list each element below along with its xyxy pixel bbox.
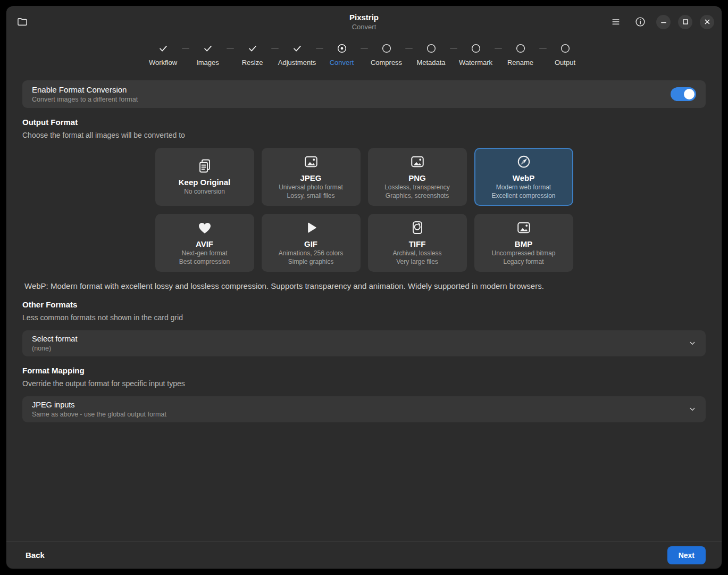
card-line: Uncompressed bitmap (491, 249, 555, 258)
other-formats-description: Less common formats not shown in the car… (22, 313, 706, 322)
select-value: Same as above - use the global output fo… (32, 410, 682, 419)
image-icon (409, 153, 425, 170)
toggle-knob (684, 89, 694, 99)
card-line: Graphics, screenshots (386, 192, 449, 201)
maximize-icon (682, 18, 689, 26)
step-rename[interactable]: Rename (502, 41, 539, 66)
step-label: Metadata (416, 59, 445, 66)
step-connector (271, 48, 279, 49)
card-title: Keep Original (179, 177, 231, 188)
chevron-down-icon (688, 338, 697, 348)
step-label: Convert (330, 59, 354, 66)
wizard-stepper: Workflow Images Resize Adjustments Conve… (6, 37, 722, 72)
card-line: Legacy format (503, 258, 543, 266)
format-card-keep-original[interactable]: Keep Original No conversion (155, 148, 254, 206)
card-line: Modern web format (496, 184, 551, 192)
step-images[interactable]: Images (189, 41, 227, 66)
format-mapping-description: Override the output format for specific … (22, 379, 706, 388)
jpeg-inputs-select[interactable]: JPEG inputs Same as above - use the glob… (22, 396, 706, 422)
card-title: PNG (408, 173, 426, 184)
step-compress[interactable]: Compress (368, 41, 405, 66)
window-subtitle: Convert (349, 22, 379, 31)
step-watermark[interactable]: Watermark (457, 41, 495, 66)
select-value: (none) (32, 344, 682, 353)
window-title: Pixstrip (349, 13, 379, 23)
format-card-gif[interactable]: GIF Animations, 256 colors Simple graphi… (262, 214, 361, 272)
image-icon (516, 219, 532, 236)
folder-icon (16, 16, 28, 28)
format-card-webp[interactable]: WebP Modern web format Excellent compres… (474, 148, 573, 206)
select-label: Select format (32, 334, 682, 344)
check-icon (157, 41, 169, 55)
step-label: Images (196, 59, 219, 66)
check-icon (291, 41, 303, 55)
next-button[interactable]: Next (667, 546, 706, 564)
step-connector (361, 48, 368, 49)
step-adjustments[interactable]: Adjustments (279, 41, 316, 66)
step-metadata[interactable]: Metadata (413, 41, 450, 66)
info-icon (634, 16, 646, 28)
card-line: Animations, 256 colors (279, 249, 343, 258)
step-connector (539, 48, 547, 49)
menu-button[interactable] (607, 13, 624, 30)
back-button[interactable]: Back (22, 546, 48, 564)
other-formats-heading: Other Formats (22, 300, 706, 309)
about-button[interactable] (632, 13, 649, 30)
enable-format-conversion-row: Enable Format Conversion Convert images … (22, 80, 706, 108)
app-window: Pixstrip Convert (6, 6, 722, 569)
card-line: Archival, lossless (392, 249, 441, 258)
enable-row-title: Enable Format Conversion (32, 85, 138, 95)
wizard-footer: Back Next (6, 541, 722, 569)
selected-format-note: WebP: Modern format with excellent lossy… (22, 281, 706, 290)
format-card-avif[interactable]: AVIF Next-gen format Best compression (155, 214, 254, 272)
card-title: GIF (304, 239, 317, 249)
disc-icon (409, 219, 425, 236)
format-card-tiff[interactable]: TIFF Archival, lossless Very large files (368, 214, 467, 272)
chevron-down-icon (688, 404, 697, 414)
step-connector (405, 48, 413, 49)
convert-page: Enable Format Conversion Convert images … (6, 72, 722, 569)
compass-icon (516, 153, 532, 170)
menu-icon (610, 16, 621, 27)
card-line: Lossless, transparency (384, 184, 450, 192)
current-step-icon (336, 41, 348, 55)
step-resize[interactable]: Resize (234, 41, 271, 66)
format-card-jpeg[interactable]: JPEG Universal photo format Lossy, small… (262, 148, 361, 206)
image-icon (303, 153, 319, 170)
step-label: Workflow (149, 59, 177, 66)
card-line: Simple graphics (288, 258, 333, 266)
card-line: Very large files (396, 258, 438, 266)
card-title: WebP (513, 173, 534, 184)
step-connector (495, 48, 502, 49)
minimize-icon (660, 18, 667, 26)
step-convert[interactable]: Convert (323, 41, 361, 66)
step-connector (450, 48, 457, 49)
circle-icon (515, 41, 526, 55)
card-title: JPEG (300, 173, 321, 184)
card-line: Best compression (179, 258, 230, 266)
step-label: Output (555, 59, 575, 66)
check-icon (247, 41, 258, 55)
close-button[interactable] (700, 15, 714, 29)
card-title: TIFF (409, 239, 426, 249)
card-line: Excellent compression (491, 192, 555, 201)
format-mapping-heading: Format Mapping (22, 366, 706, 375)
step-connector (182, 48, 189, 49)
format-card-png[interactable]: PNG Lossless, transparency Graphics, scr… (368, 148, 467, 206)
step-output[interactable]: Output (547, 41, 584, 66)
other-formats-select[interactable]: Select format (none) (22, 330, 706, 356)
step-label: Resize (242, 59, 263, 66)
close-icon (704, 18, 711, 26)
circle-icon (470, 41, 482, 55)
step-connector (316, 48, 323, 49)
open-folder-button[interactable] (14, 13, 31, 30)
heart-icon (197, 219, 213, 236)
circle-icon (559, 41, 571, 55)
maximize-button[interactable] (678, 15, 692, 29)
format-card-bmp[interactable]: BMP Uncompressed bitmap Legacy format (474, 214, 573, 272)
play-icon (303, 219, 319, 236)
window-title-block: Pixstrip Convert (349, 13, 379, 31)
minimize-button[interactable] (656, 15, 671, 29)
step-workflow[interactable]: Workflow (145, 41, 182, 66)
format-conversion-toggle[interactable] (671, 87, 696, 101)
